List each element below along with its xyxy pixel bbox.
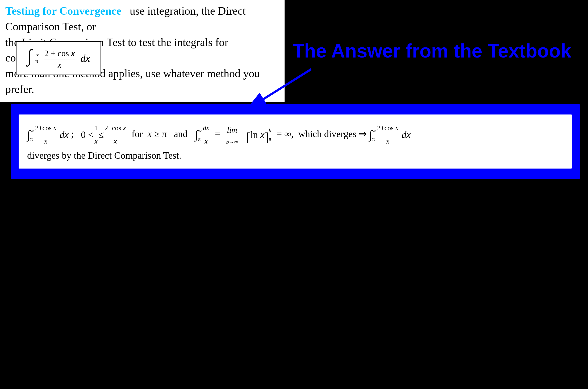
int3-upper: ∞	[372, 126, 376, 135]
integral1: ∫ ∞ π 2+cos x x dx	[27, 122, 69, 148]
frac5: 2+cos x x	[377, 122, 398, 148]
integral-symbol: ∫	[27, 46, 32, 66]
frac5-num: 2+cos x	[377, 122, 398, 135]
int3-lower: π	[372, 135, 376, 143]
answer-inner: ∫ ∞ π 2+cos x x dx ; 0 < 1 x ≤	[19, 114, 572, 169]
svg-line-1	[247, 69, 311, 109]
int3-limits: ∞ π	[372, 126, 376, 144]
denominator: x	[58, 59, 61, 70]
left-bracket: [	[246, 131, 251, 144]
bracket-upper: b	[269, 126, 271, 135]
numerator: 2 + cos x	[44, 48, 75, 59]
answer-label: The Answer from the Textbook	[293, 40, 571, 62]
lim-subscript: b→∞	[226, 137, 238, 147]
integral3: ∫ ∞ π 2+cos x x dx	[369, 122, 411, 148]
bracket-lower: π	[269, 135, 271, 143]
fraction: 2 + cos x x	[44, 48, 75, 70]
upper-limit: ∞	[35, 52, 39, 58]
int1-lower: π	[30, 135, 34, 143]
formula-box: ∫ ∞ π 2 + cos x x dx	[16, 41, 101, 75]
int2-lower: π	[198, 135, 202, 143]
right-bracket: ]	[265, 131, 269, 144]
answer-box: ∫ ∞ π 2+cos x x dx ; 0 < 1 x ≤	[11, 104, 580, 179]
dx: dx	[80, 53, 90, 64]
integral-limits: ∞ π	[35, 52, 39, 64]
lim-block: lim b→∞	[226, 123, 238, 147]
inequality: 0 < 1 x ≤ 2+cos x x	[81, 122, 127, 148]
int1-limits: ∞ π	[30, 126, 34, 144]
x-geq-pi: x ≥ π	[148, 129, 167, 139]
highlight-title: Testing for Convergence	[5, 5, 121, 17]
frac2: 1 x	[94, 122, 98, 148]
frac1-num: 2+cos x	[35, 122, 56, 135]
answer-math-line: ∫ ∞ π 2+cos x x dx ; 0 < 1 x ≤	[27, 122, 563, 148]
semicolon: ;	[71, 129, 78, 139]
frac4-den: x	[205, 135, 208, 148]
bracket-expr: [ ln x ] b π	[246, 126, 272, 144]
frac3: 2+cos x x	[105, 122, 126, 148]
frac3-num: 2+cos x	[105, 122, 126, 135]
int2-symbol: ∫	[195, 129, 198, 141]
frac4-num: dx	[203, 122, 210, 135]
formula-math: ∫ ∞ π 2 + cos x x dx	[27, 47, 90, 70]
int2-limits: ∞ π	[198, 126, 202, 144]
int3-symbol: ∫	[369, 129, 372, 141]
integral2: ∫ ∞ π dx x	[195, 122, 210, 148]
frac1: 2+cos x x	[35, 122, 56, 148]
ln-x: ln x	[251, 126, 265, 144]
int1-upper: ∞	[30, 126, 34, 135]
frac5-den: x	[386, 135, 389, 148]
frac3-den: x	[114, 135, 117, 148]
lower-limit: π	[35, 58, 39, 64]
frac4: dx x	[203, 122, 210, 148]
frac2-den: x	[94, 135, 98, 148]
frac1-den: x	[44, 135, 47, 148]
lim-text: lim	[227, 123, 237, 137]
answer-text-line: diverges by the Direct Comparison Test.	[27, 150, 563, 161]
frac2-num: 1	[94, 122, 98, 135]
bracket-limits: b π	[269, 126, 271, 144]
int1-symbol: ∫	[27, 129, 30, 141]
int2-upper: ∞	[198, 126, 202, 135]
